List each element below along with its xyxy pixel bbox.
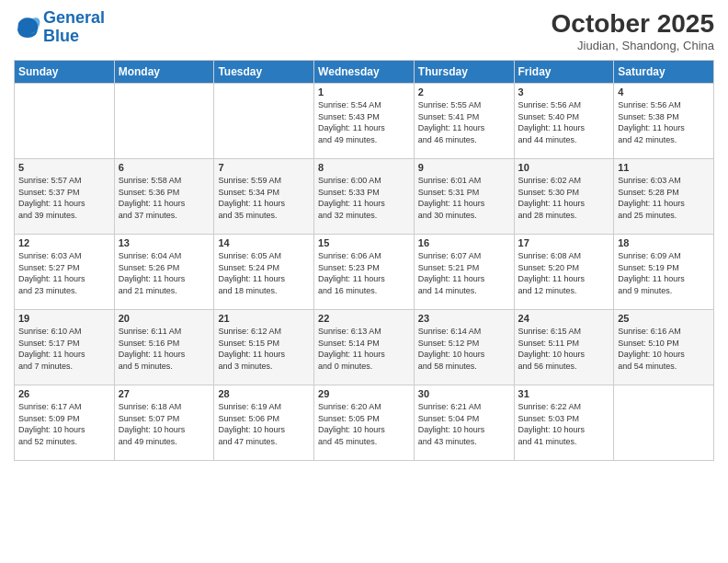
day-info: Sunrise: 6:14 AM Sunset: 5:12 PM Dayligh… <box>418 326 510 372</box>
calendar-cell: 30Sunrise: 6:21 AM Sunset: 5:04 PM Dayli… <box>414 385 514 461</box>
calendar-cell: 12Sunrise: 6:03 AM Sunset: 5:27 PM Dayli… <box>15 235 115 310</box>
day-number: 11 <box>618 162 710 173</box>
calendar-cell: 16Sunrise: 6:07 AM Sunset: 5:21 PM Dayli… <box>414 235 514 310</box>
calendar-cell: 29Sunrise: 6:20 AM Sunset: 5:05 PM Dayli… <box>314 385 415 461</box>
calendar-week-1: 1Sunrise: 5:54 AM Sunset: 5:43 PM Daylig… <box>15 84 714 159</box>
col-saturday: Saturday <box>614 61 714 84</box>
day-info: Sunrise: 6:08 AM Sunset: 5:20 PM Dayligh… <box>518 250 610 296</box>
day-number: 25 <box>618 313 710 324</box>
page-header: General Blue October 2025 Jiudian, Shand… <box>14 9 714 52</box>
col-wednesday: Wednesday <box>314 61 415 84</box>
day-info: Sunrise: 6:01 AM Sunset: 5:31 PM Dayligh… <box>418 175 510 221</box>
calendar-cell: 5Sunrise: 5:57 AM Sunset: 5:37 PM Daylig… <box>15 159 115 235</box>
day-number: 7 <box>218 162 310 173</box>
calendar-cell <box>15 84 115 159</box>
day-info: Sunrise: 6:11 AM Sunset: 5:16 PM Dayligh… <box>119 326 210 372</box>
day-number: 28 <box>218 388 310 399</box>
day-info: Sunrise: 6:21 AM Sunset: 5:04 PM Dayligh… <box>418 401 510 447</box>
day-number: 27 <box>119 388 210 399</box>
day-number: 16 <box>418 237 510 248</box>
day-number: 24 <box>518 313 610 324</box>
calendar-cell: 13Sunrise: 6:04 AM Sunset: 5:26 PM Dayli… <box>114 235 214 310</box>
day-info: Sunrise: 6:03 AM Sunset: 5:28 PM Dayligh… <box>618 175 710 221</box>
col-tuesday: Tuesday <box>214 61 314 84</box>
day-info: Sunrise: 6:22 AM Sunset: 5:03 PM Dayligh… <box>518 401 610 447</box>
day-info: Sunrise: 6:15 AM Sunset: 5:11 PM Dayligh… <box>518 326 610 372</box>
day-number: 30 <box>418 388 510 399</box>
day-info: Sunrise: 5:56 AM Sunset: 5:40 PM Dayligh… <box>518 99 610 145</box>
day-number: 5 <box>18 162 110 173</box>
calendar-cell: 6Sunrise: 5:58 AM Sunset: 5:36 PM Daylig… <box>114 159 214 235</box>
day-number: 18 <box>618 237 710 248</box>
calendar-cell: 21Sunrise: 6:12 AM Sunset: 5:15 PM Dayli… <box>214 310 314 385</box>
calendar-cell <box>214 84 314 159</box>
day-info: Sunrise: 6:09 AM Sunset: 5:19 PM Dayligh… <box>618 250 710 296</box>
day-info: Sunrise: 6:07 AM Sunset: 5:21 PM Dayligh… <box>418 250 510 296</box>
col-sunday: Sunday <box>15 61 115 84</box>
day-info: Sunrise: 6:10 AM Sunset: 5:17 PM Dayligh… <box>18 326 110 372</box>
col-thursday: Thursday <box>414 61 514 84</box>
calendar-header: Sunday Monday Tuesday Wednesday Thursday… <box>15 61 714 84</box>
day-info: Sunrise: 5:54 AM Sunset: 5:43 PM Dayligh… <box>318 99 410 145</box>
calendar-cell: 15Sunrise: 6:06 AM Sunset: 5:23 PM Dayli… <box>314 235 415 310</box>
day-number: 21 <box>218 313 310 324</box>
page-container: General Blue October 2025 Jiudian, Shand… <box>0 0 728 470</box>
calendar-cell: 22Sunrise: 6:13 AM Sunset: 5:14 PM Dayli… <box>314 310 415 385</box>
day-info: Sunrise: 6:04 AM Sunset: 5:26 PM Dayligh… <box>119 250 210 296</box>
day-number: 14 <box>218 237 310 248</box>
day-number: 29 <box>318 388 410 399</box>
calendar-cell: 27Sunrise: 6:18 AM Sunset: 5:07 PM Dayli… <box>114 385 214 461</box>
day-info: Sunrise: 6:05 AM Sunset: 5:24 PM Dayligh… <box>218 250 310 296</box>
day-info: Sunrise: 6:20 AM Sunset: 5:05 PM Dayligh… <box>318 401 410 447</box>
day-info: Sunrise: 6:02 AM Sunset: 5:30 PM Dayligh… <box>518 175 610 221</box>
calendar-cell: 10Sunrise: 6:02 AM Sunset: 5:30 PM Dayli… <box>514 159 614 235</box>
day-info: Sunrise: 5:55 AM Sunset: 5:41 PM Dayligh… <box>418 99 510 145</box>
day-number: 26 <box>18 388 110 399</box>
day-info: Sunrise: 6:13 AM Sunset: 5:14 PM Dayligh… <box>318 326 410 372</box>
calendar-cell: 9Sunrise: 6:01 AM Sunset: 5:31 PM Daylig… <box>414 159 514 235</box>
day-info: Sunrise: 6:00 AM Sunset: 5:33 PM Dayligh… <box>318 175 410 221</box>
day-number: 17 <box>518 237 610 248</box>
day-info: Sunrise: 6:03 AM Sunset: 5:27 PM Dayligh… <box>18 250 110 296</box>
calendar-week-5: 26Sunrise: 6:17 AM Sunset: 5:09 PM Dayli… <box>15 385 714 461</box>
calendar-body: 1Sunrise: 5:54 AM Sunset: 5:43 PM Daylig… <box>15 84 714 461</box>
calendar-week-4: 19Sunrise: 6:10 AM Sunset: 5:17 PM Dayli… <box>15 310 714 385</box>
day-number: 22 <box>318 313 410 324</box>
day-number: 31 <box>518 388 610 399</box>
col-monday: Monday <box>114 61 214 84</box>
day-number: 4 <box>618 86 710 98</box>
day-info: Sunrise: 5:58 AM Sunset: 5:36 PM Dayligh… <box>119 175 210 221</box>
calendar-cell: 17Sunrise: 6:08 AM Sunset: 5:20 PM Dayli… <box>514 235 614 310</box>
day-info: Sunrise: 5:57 AM Sunset: 5:37 PM Dayligh… <box>18 175 110 221</box>
day-number: 19 <box>18 313 110 324</box>
calendar-cell: 8Sunrise: 6:00 AM Sunset: 5:33 PM Daylig… <box>314 159 415 235</box>
day-number: 15 <box>318 237 410 248</box>
calendar-cell: 18Sunrise: 6:09 AM Sunset: 5:19 PM Dayli… <box>614 235 714 310</box>
day-info: Sunrise: 6:12 AM Sunset: 5:15 PM Dayligh… <box>218 326 310 372</box>
calendar-cell: 25Sunrise: 6:16 AM Sunset: 5:10 PM Dayli… <box>614 310 714 385</box>
day-info: Sunrise: 6:17 AM Sunset: 5:09 PM Dayligh… <box>18 401 110 447</box>
day-number: 9 <box>418 162 510 173</box>
calendar-cell: 28Sunrise: 6:19 AM Sunset: 5:06 PM Dayli… <box>214 385 314 461</box>
day-info: Sunrise: 5:59 AM Sunset: 5:34 PM Dayligh… <box>218 175 310 221</box>
calendar-week-2: 5Sunrise: 5:57 AM Sunset: 5:37 PM Daylig… <box>15 159 714 235</box>
calendar-table: Sunday Monday Tuesday Wednesday Thursday… <box>14 60 714 461</box>
day-number: 20 <box>119 313 210 324</box>
day-number: 1 <box>318 86 410 98</box>
day-info: Sunrise: 6:19 AM Sunset: 5:06 PM Dayligh… <box>218 401 310 447</box>
calendar-cell: 7Sunrise: 5:59 AM Sunset: 5:34 PM Daylig… <box>214 159 314 235</box>
title-block: October 2025 Jiudian, Shandong, China <box>552 9 714 52</box>
day-number: 3 <box>518 86 610 98</box>
calendar-cell: 1Sunrise: 5:54 AM Sunset: 5:43 PM Daylig… <box>314 84 415 159</box>
calendar-cell: 19Sunrise: 6:10 AM Sunset: 5:17 PM Dayli… <box>15 310 115 385</box>
calendar-cell: 4Sunrise: 5:56 AM Sunset: 5:38 PM Daylig… <box>614 84 714 159</box>
calendar-cell: 20Sunrise: 6:11 AM Sunset: 5:16 PM Dayli… <box>114 310 214 385</box>
day-number: 23 <box>418 313 510 324</box>
calendar-week-3: 12Sunrise: 6:03 AM Sunset: 5:27 PM Dayli… <box>15 235 714 310</box>
calendar-cell: 2Sunrise: 5:55 AM Sunset: 5:41 PM Daylig… <box>414 84 514 159</box>
calendar-cell: 24Sunrise: 6:15 AM Sunset: 5:11 PM Dayli… <box>514 310 614 385</box>
day-number: 13 <box>119 237 210 248</box>
logo: General Blue <box>14 9 105 46</box>
month-title: October 2025 <box>552 9 714 39</box>
col-friday: Friday <box>514 61 614 84</box>
